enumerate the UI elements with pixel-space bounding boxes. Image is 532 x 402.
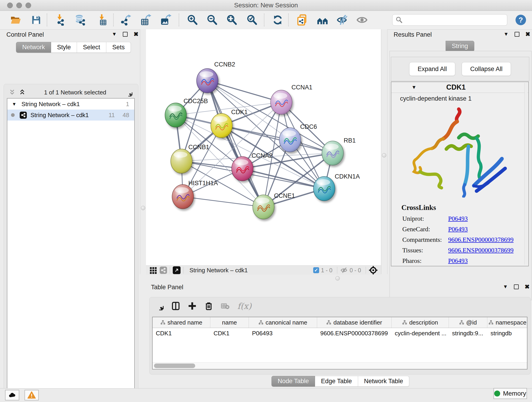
table-settings-gear-icon[interactable] xyxy=(155,302,164,310)
crosslink-link[interactable]: P06493 xyxy=(448,215,468,222)
splitter-handle[interactable] xyxy=(141,206,145,210)
tab-network[interactable]: Network xyxy=(16,42,51,53)
gene-section-header[interactable]: ▼ CDK1 xyxy=(391,82,528,93)
network-edge-CCNE1-HIST1H1A[interactable] xyxy=(183,197,264,207)
save-session-button[interactable] xyxy=(30,13,43,27)
column-header-shared-name[interactable]: shared name xyxy=(152,317,210,328)
network-canvas[interactable]: CCNB2CCNA1CDC25BCDK1CDC6RB1CCNB1CCNA2CDK… xyxy=(146,29,381,266)
memory-button[interactable]: Memory xyxy=(494,388,527,399)
gene-collapse-triangle-icon[interactable]: ▼ xyxy=(412,85,417,90)
splitter-handle[interactable] xyxy=(382,153,386,157)
toolbar-search[interactable] xyxy=(392,14,507,26)
first-neighbors-button[interactable] xyxy=(316,13,329,27)
panel-float-icon[interactable] xyxy=(514,284,519,289)
import-network-database-button[interactable] xyxy=(74,13,87,27)
open-in-new-window-icon[interactable] xyxy=(173,266,181,274)
zoom-out-button[interactable] xyxy=(206,13,219,27)
zoom-in-button[interactable] xyxy=(186,13,199,27)
open-session-button[interactable] xyxy=(9,13,22,27)
show-columns-icon[interactable] xyxy=(171,302,180,310)
table-row[interactable]: CDK1CDK1P064939606.ENSP00000378699cyclin… xyxy=(152,328,527,338)
panel-close-icon[interactable]: ✖ xyxy=(525,284,530,290)
zoom-selected-button[interactable] xyxy=(246,13,259,27)
column-header-database-identifier[interactable]: database identifier xyxy=(317,317,392,328)
collapse-all-button[interactable]: Collapse All xyxy=(462,62,511,76)
network-node-CCNB2[interactable]: CCNB2 xyxy=(196,61,235,93)
collapse-all-chevron-icon[interactable] xyxy=(8,89,16,96)
table-cell[interactable]: stringdb:9... xyxy=(449,330,487,337)
selected-checkbox-icon[interactable]: ✓ xyxy=(313,267,319,273)
network-node-CCNA1[interactable]: CCNA1 xyxy=(271,84,312,114)
column-header-@id[interactable]: @id xyxy=(449,317,487,328)
table-cell[interactable]: 9606.ENSP00000378699 xyxy=(317,330,392,337)
delete-column-trash-icon[interactable] xyxy=(204,302,213,310)
network-row[interactable]: String Network – cdk1 11 48 xyxy=(7,109,134,121)
help-button[interactable]: ? xyxy=(515,13,526,26)
tab-style[interactable]: Style xyxy=(51,42,77,53)
network-node-CCNE1[interactable]: CCNE1 xyxy=(253,192,295,219)
network-node-RB1[interactable]: RB1 xyxy=(322,137,356,165)
expand-all-chevron-icon[interactable] xyxy=(18,89,26,96)
tab-select[interactable]: Select xyxy=(77,42,106,53)
table-cell[interactable]: cyclin-dependent ... xyxy=(392,330,449,337)
search-input[interactable] xyxy=(403,16,500,24)
table-cell[interactable]: stringdb xyxy=(487,330,527,337)
crosslink-link[interactable]: P06493 xyxy=(448,257,468,264)
tab-string[interactable]: String xyxy=(446,41,474,51)
crosshair-icon[interactable] xyxy=(369,266,378,275)
network-node-CDC25B[interactable]: CDC25B xyxy=(165,98,208,127)
tab-network-table[interactable]: Network Table xyxy=(358,376,409,387)
results-scrollbar[interactable] xyxy=(525,83,527,264)
panel-menu-icon[interactable]: ▼ xyxy=(504,32,509,37)
cloud-button[interactable] xyxy=(5,390,19,400)
export-table-button[interactable] xyxy=(140,13,152,27)
create-column-icon[interactable] xyxy=(188,302,196,310)
duplicate-network-button[interactable] xyxy=(296,13,309,27)
show-all-button[interactable] xyxy=(355,13,368,27)
network-collection-row[interactable]: ▼ String Network – cdk1 1 xyxy=(7,99,134,109)
table-cell[interactable]: P06493 xyxy=(249,330,317,337)
tab-sets[interactable]: Sets xyxy=(106,42,131,53)
expand-all-button[interactable]: Expand All xyxy=(409,62,456,76)
grid-view-icon[interactable] xyxy=(150,267,157,274)
scrollbar-thumb[interactable] xyxy=(154,364,195,368)
share-view-icon[interactable] xyxy=(160,267,167,274)
column-header-canonical-name[interactable]: canonical name xyxy=(249,317,317,328)
horizontal-splitter-handle[interactable] xyxy=(336,276,340,281)
tab-edge-table[interactable]: Edge Table xyxy=(315,376,358,387)
network-options-gear-icon[interactable] xyxy=(124,88,133,96)
panel-close-icon[interactable]: ✖ xyxy=(133,31,139,37)
title-bar: Session: New Session xyxy=(0,0,532,11)
panel-menu-icon[interactable]: ▼ xyxy=(503,284,508,289)
import-table-file-button[interactable] xyxy=(95,13,108,27)
export-image-button[interactable] xyxy=(160,13,173,27)
left-splitter[interactable] xyxy=(140,29,146,274)
column-header-namespace[interactable]: namespace xyxy=(487,317,527,328)
column-header-description[interactable]: description xyxy=(392,317,449,328)
right-splitter[interactable] xyxy=(381,29,387,274)
collection-expand-triangle-icon[interactable]: ▼ xyxy=(12,102,17,107)
crosslink-link[interactable]: P06493 xyxy=(448,225,468,233)
warning-button[interactable] xyxy=(25,390,39,400)
network-edge-CCNB2-CCNE1[interactable] xyxy=(207,81,264,207)
network-node-HIST1H1A[interactable]: HIST1H1A xyxy=(172,180,218,209)
crosslink-link[interactable]: 9606.ENSP00000378699 xyxy=(448,236,513,243)
table-horizontal-scrollbar[interactable] xyxy=(152,362,527,369)
panel-menu-icon[interactable]: ▼ xyxy=(112,32,117,37)
table-cell[interactable]: CDK1 xyxy=(152,330,210,337)
table-cell[interactable]: CDK1 xyxy=(210,330,249,337)
crosslink-link[interactable]: 9606.ENSP00000378699 xyxy=(448,247,513,254)
import-network-file-button[interactable] xyxy=(54,13,66,27)
network-node-CDK1[interactable]: CDK1 xyxy=(211,109,248,138)
tab-node-table[interactable]: Node Table xyxy=(272,376,315,387)
network-node-CDKN1A[interactable]: CDKN1A xyxy=(313,173,360,201)
panel-float-icon[interactable] xyxy=(123,32,128,37)
panel-float-icon[interactable] xyxy=(515,32,519,37)
apply-layout-button[interactable] xyxy=(271,13,284,27)
hide-selected-button[interactable] xyxy=(336,13,349,27)
hidden-eye-icon[interactable] xyxy=(340,267,348,274)
panel-close-icon[interactable]: ✖ xyxy=(525,31,530,37)
column-header-name[interactable]: name xyxy=(210,317,249,328)
export-network-button[interactable] xyxy=(120,13,133,27)
zoom-fit-button[interactable] xyxy=(225,13,238,27)
